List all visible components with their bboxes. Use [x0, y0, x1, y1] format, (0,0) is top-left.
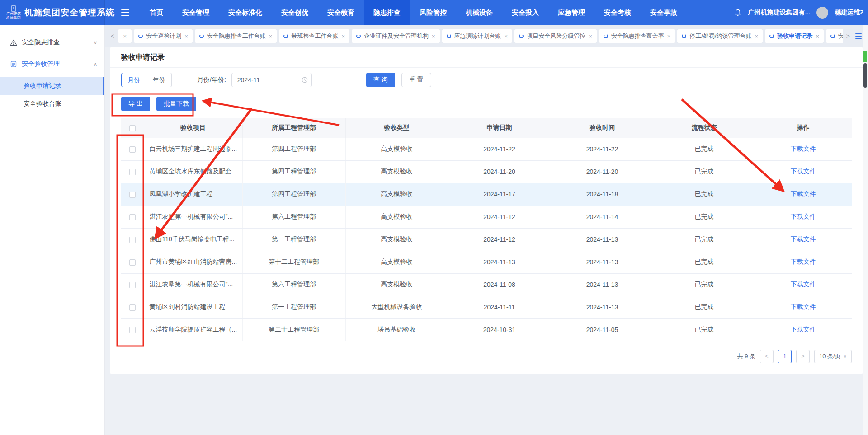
download-file-link[interactable]: 下载文件	[791, 258, 816, 265]
cell-project: 佛山110千伏马岗输变电工程...	[144, 228, 242, 251]
tab-close-icon[interactable]: ×	[123, 33, 127, 40]
row-checkbox[interactable]	[129, 192, 136, 198]
cell-project: 湛江农垦第一机械有限公司"...	[144, 273, 242, 296]
date-input[interactable]	[231, 73, 312, 87]
nav-item[interactable]: 首页	[140, 0, 173, 25]
cell-type: 高支模验收	[345, 183, 448, 206]
tab[interactable]: 安全巡检计划 ×	[134, 29, 193, 43]
cell-apply-date: 2024-11-22	[448, 138, 551, 160]
row-checkbox[interactable]	[129, 237, 136, 243]
cell-apply-date: 2024-11-11	[448, 296, 551, 318]
nav-item[interactable]: 安全创优	[272, 0, 318, 25]
company-name[interactable]: 广州机施建设集团有...	[748, 9, 811, 17]
mode-year-button[interactable]: 年份	[146, 73, 172, 87]
row-checkbox[interactable]	[129, 169, 136, 175]
tab-close-icon[interactable]: ×	[341, 33, 345, 40]
loading-icon	[830, 34, 835, 38]
row-checkbox[interactable]	[129, 282, 136, 288]
row-checkbox[interactable]	[129, 259, 136, 266]
tab-close-icon[interactable]: ×	[816, 33, 819, 40]
tab-close-icon[interactable]: ×	[184, 33, 188, 40]
scrollbar-track[interactable]	[863, 25, 868, 435]
nav-item[interactable]: 机械设备	[456, 0, 502, 25]
download-file-link[interactable]: 下载文件	[791, 145, 816, 152]
nav-item[interactable]: 安全教育	[318, 0, 364, 25]
tab[interactable]: 安全隐患排查工作台账 ×	[195, 29, 277, 43]
user-name[interactable]: 穗建运维2	[835, 9, 863, 17]
nav-item[interactable]: 风险管控	[410, 0, 456, 25]
nav-item[interactable]: 安全标准化	[219, 0, 272, 25]
cell-status: 已完成	[654, 273, 755, 296]
row-checkbox[interactable]	[129, 327, 136, 333]
download-file-link[interactable]: 下载文件	[791, 190, 816, 197]
download-file-link[interactable]: 下载文件	[791, 326, 816, 333]
tab[interactable]: 停工/处罚/约谈管理台账 ×	[677, 29, 763, 43]
tab[interactable]: 应急演练计划台账 ×	[442, 29, 513, 43]
download-file-link[interactable]: 下载文件	[791, 213, 816, 220]
tab-close-icon[interactable]: ×	[432, 33, 435, 40]
nav-item[interactable]: 安全投入	[502, 0, 548, 25]
mode-month-button[interactable]: 月份	[121, 73, 146, 87]
prev-page-button[interactable]: <	[760, 350, 774, 363]
tab[interactable]: 安全隐患排查覆盖率 ×	[599, 29, 675, 43]
nav-item[interactable]: 安全考核	[594, 0, 641, 25]
nav-item[interactable]: 安全管理	[173, 0, 219, 25]
nav-item-label: 安全教育	[327, 9, 354, 17]
download-file-link[interactable]: 下载文件	[791, 281, 816, 288]
cell-project: 广州市黄埔区红山消防站营房...	[144, 251, 242, 273]
tab-partial[interactable]: ×	[118, 29, 132, 43]
tab[interactable]: 项目安全风险分级管控 ×	[514, 29, 597, 43]
loading-icon	[682, 34, 686, 38]
page-size-select[interactable]: 10 条/页 ∨	[814, 350, 852, 363]
sidebar-subitem-acceptance-ledger[interactable]: 安全验收台账	[0, 95, 104, 113]
notification-bell-icon[interactable]	[734, 9, 742, 17]
sidebar-subitem-label: 验收申请记录	[24, 82, 61, 90]
tab-close-icon[interactable]: ×	[589, 33, 592, 40]
cell-accept-date: 2024-11-13	[551, 296, 654, 318]
cell-dept: 第一工程管理部	[242, 228, 345, 251]
cell-dept: 第六工程管理部	[242, 273, 345, 296]
tabs-scroll-right-icon[interactable]: >	[845, 33, 851, 40]
tab[interactable]: 安全验收台账 ×	[826, 29, 843, 43]
tab-close-icon[interactable]: ×	[667, 33, 671, 40]
row-checkbox[interactable]	[129, 146, 136, 153]
cell-status: 已完成	[654, 251, 755, 273]
cell-dept: 第一工程管理部	[242, 296, 345, 318]
search-button[interactable]: 查 询	[366, 73, 395, 87]
reset-button[interactable]: 重 置	[401, 73, 431, 87]
tab-actions-icon[interactable]	[854, 33, 863, 39]
batch-download-button[interactable]: 批量下载	[156, 97, 196, 111]
app-title: 机施集团安全管理系统	[24, 7, 115, 19]
tab-close-icon[interactable]: ×	[755, 33, 759, 40]
sidebar-item-hidden-danger[interactable]: 安全隐患排查 ∨	[0, 33, 104, 51]
tab[interactable]: 验收申请记录 ×	[765, 29, 824, 43]
row-checkbox[interactable]	[129, 304, 136, 311]
cell-accept-date: 2024-11-13	[551, 228, 654, 251]
tab[interactable]: 企业证件及安全管理机构 ×	[352, 29, 440, 43]
tab[interactable]: 带班检查工作台账 ×	[279, 29, 349, 43]
tabs-scroll-left-icon[interactable]: <	[109, 33, 116, 40]
collapse-menu-icon[interactable]	[121, 9, 129, 16]
sidebar-subitem-acceptance-records[interactable]: 验收申请记录	[0, 77, 104, 95]
sidebar-item-acceptance-mgmt[interactable]: 安全验收管理 ∧	[0, 55, 104, 73]
tab-close-icon[interactable]: ×	[505, 33, 508, 40]
download-file-link[interactable]: 下载文件	[791, 168, 816, 175]
scrollbar-thumb[interactable]	[863, 63, 867, 88]
user-avatar[interactable]	[816, 7, 828, 19]
select-all-checkbox[interactable]	[129, 125, 136, 131]
tab-label: 安全隐患排查工作台账	[207, 32, 266, 40]
nav-item[interactable]: 隐患排查	[364, 0, 410, 25]
download-file-link[interactable]: 下载文件	[791, 303, 816, 310]
export-button[interactable]: 导 出	[121, 97, 150, 111]
loading-icon	[447, 34, 451, 38]
cell-accept-date: 2024-11-13	[551, 273, 654, 296]
row-checkbox[interactable]	[129, 214, 136, 220]
nav-item-label: 首页	[150, 9, 163, 17]
tab-close-icon[interactable]: ×	[269, 33, 273, 40]
table-row: 白云机场三期扩建工程周边临... 第四工程管理部 高支模验收 2024-11-2…	[121, 138, 852, 160]
nav-item[interactable]: 安全事故	[641, 0, 687, 25]
download-file-link[interactable]: 下载文件	[791, 235, 816, 243]
next-page-button[interactable]: >	[796, 350, 810, 363]
current-page-button[interactable]: 1	[778, 350, 792, 363]
nav-item[interactable]: 应急管理	[548, 0, 594, 25]
